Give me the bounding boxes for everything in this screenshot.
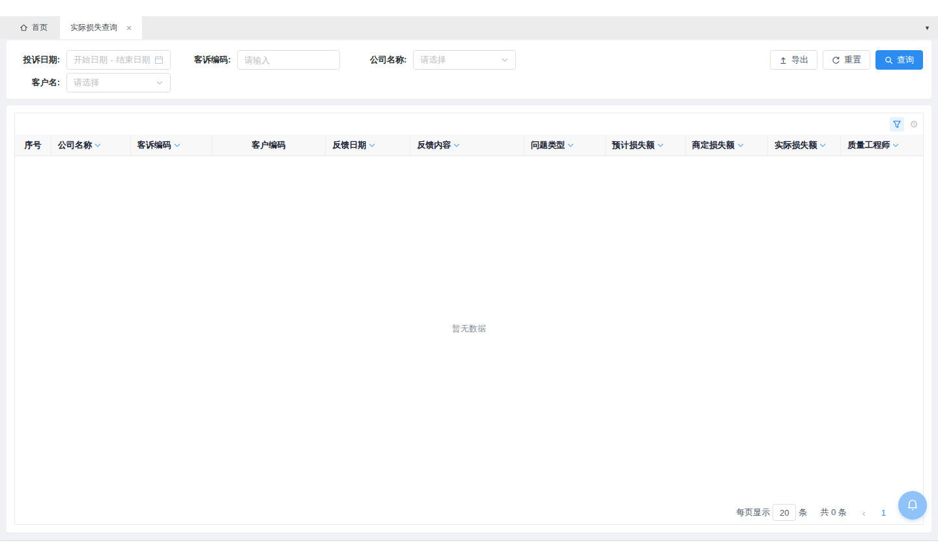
column-header-label: 质量工程师	[847, 139, 890, 151]
close-icon[interactable]: ×	[126, 23, 132, 33]
calendar-icon	[154, 55, 163, 64]
column-header-8[interactable]: 预计损失额	[606, 135, 686, 156]
column-header-6[interactable]: 反馈内容	[410, 135, 524, 156]
date-range-separator: -	[109, 55, 115, 65]
customer-name-select[interactable]: 请选择	[66, 73, 171, 92]
sort-chevron-icon[interactable]	[567, 141, 575, 149]
per-page-unit: 条	[799, 507, 807, 518]
settings-icon[interactable]: ⚙	[910, 119, 918, 129]
home-icon	[20, 23, 28, 32]
column-header-5[interactable]: 反馈日期	[326, 135, 410, 156]
sort-chevron-icon[interactable]	[173, 141, 181, 149]
filter-customer-name: 客户名: 请选择	[20, 73, 171, 92]
sort-chevron-icon[interactable]	[94, 141, 102, 149]
main-content: 投诉日期: 开始日期 - 结束日期 客诉编码: 公司名称:	[0, 39, 938, 540]
bell-icon	[905, 497, 920, 513]
company-name-label: 公司名称:	[370, 54, 406, 66]
complaint-code-label: 客诉编码:	[194, 54, 231, 66]
pagination: 每页显示 条 共 0 条 ‹ 1 ›	[15, 501, 923, 524]
export-button-label: 导出	[791, 54, 808, 66]
sort-chevron-icon[interactable]	[657, 141, 664, 149]
app: 首页 实际损失查询 × ▼ 投诉日期: 开始日期 - 结束日期	[0, 0, 938, 560]
export-button[interactable]: 导出	[770, 50, 817, 70]
search-icon	[885, 56, 893, 64]
sort-chevron-icon[interactable]	[453, 141, 461, 149]
tab-home-label: 首页	[32, 22, 48, 33]
column-header-label: 客诉编码	[137, 139, 171, 151]
table-container: ⚙ 序号公司名称客诉编码客户编码反馈日期反馈内容问题类型预计损失额商定损失额实际…	[14, 113, 924, 525]
sort-chevron-icon[interactable]	[368, 141, 376, 149]
notification-bell-button[interactable]	[898, 491, 927, 520]
chevron-down-icon	[156, 79, 163, 87]
column-header-label: 反馈内容	[417, 139, 451, 151]
filter-icon[interactable]	[890, 117, 904, 132]
filter-panel: 投诉日期: 开始日期 - 结束日期 客诉编码: 公司名称:	[7, 40, 931, 99]
total-count-label: 共 0 条	[820, 507, 846, 518]
complaint-date-label: 投诉日期:	[20, 54, 60, 66]
customer-name-placeholder: 请选择	[74, 77, 99, 89]
page-number[interactable]: 1	[881, 508, 886, 518]
tab-actual-loss-query[interactable]: 实际损失查询 ×	[60, 16, 142, 39]
tab-home[interactable]: 首页	[9, 16, 58, 39]
column-header-label: 预计损失额	[612, 139, 655, 151]
filter-actions: 导出 重置 查询	[770, 50, 923, 70]
sort-chevron-icon[interactable]	[819, 141, 827, 149]
per-page-input[interactable]	[773, 504, 796, 521]
query-button-label: 查询	[897, 54, 914, 66]
query-button[interactable]: 查询	[875, 50, 923, 70]
chevron-down-icon	[501, 56, 509, 64]
end-date-placeholder: 结束日期	[116, 54, 150, 66]
sort-chevron-icon[interactable]	[892, 141, 900, 149]
column-header-3[interactable]: 客诉编码	[131, 135, 212, 156]
tab-label: 实际损失查询	[70, 22, 117, 33]
column-header-label: 公司名称	[58, 139, 92, 151]
column-header-label: 问题类型	[531, 139, 565, 151]
reset-button-label: 重置	[844, 54, 861, 66]
sort-chevron-icon[interactable]	[737, 141, 745, 149]
column-header-label: 商定损失额	[692, 139, 735, 151]
table-panel: ⚙ 序号公司名称客诉编码客户编码反馈日期反馈内容问题类型预计损失额商定损失额实际…	[7, 105, 931, 533]
complaint-date-range-input[interactable]: 开始日期 - 结束日期	[66, 50, 171, 70]
filter-complaint-date: 投诉日期: 开始日期 - 结束日期	[20, 50, 171, 70]
app-shell: 首页 实际损失查询 × ▼ 投诉日期: 开始日期 - 结束日期	[0, 0, 938, 541]
empty-state-text: 暂无数据	[452, 323, 486, 335]
column-header-label: 序号	[24, 139, 41, 151]
column-header-4: 客户编码	[212, 135, 326, 156]
filter-complaint-code: 客诉编码:	[194, 50, 340, 70]
reset-icon	[832, 56, 840, 64]
column-header-label: 客户编码	[251, 139, 285, 151]
table-toolbar: ⚙	[15, 113, 923, 135]
reset-button[interactable]: 重置	[823, 50, 870, 70]
prev-page-icon[interactable]: ‹	[862, 508, 866, 518]
column-header-label: 实际损失额	[775, 139, 817, 151]
complaint-code-input[interactable]	[237, 50, 340, 70]
column-header-2[interactable]: 公司名称	[51, 135, 131, 156]
company-name-select[interactable]: 请选择	[413, 50, 516, 70]
filter-company-name: 公司名称: 请选择	[370, 50, 516, 70]
column-header-9[interactable]: 商定损失额	[686, 135, 769, 156]
table-body: 暂无数据	[15, 156, 923, 501]
column-header-11[interactable]: 质量工程师	[841, 135, 923, 156]
tab-bar: 首页 实际损失查询 × ▼	[0, 16, 938, 39]
column-header-label: 反馈日期	[332, 139, 366, 151]
start-date-placeholder: 开始日期	[74, 54, 107, 66]
column-header-1: 序号	[15, 135, 51, 156]
company-name-placeholder: 请选择	[420, 54, 446, 66]
export-icon	[779, 56, 788, 64]
per-page-label: 每页显示	[736, 507, 770, 518]
customer-name-label: 客户名:	[20, 77, 60, 89]
tab-list-caret-icon[interactable]: ▼	[924, 16, 930, 39]
column-header-7[interactable]: 问题类型	[524, 135, 606, 156]
column-header-10[interactable]: 实际损失额	[768, 135, 841, 156]
table-header: 序号公司名称客诉编码客户编码反馈日期反馈内容问题类型预计损失额商定损失额实际损失…	[15, 135, 923, 156]
